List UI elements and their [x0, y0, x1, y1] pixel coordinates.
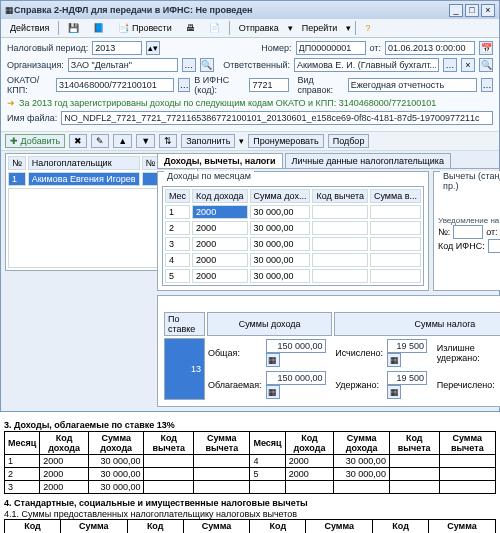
- uved-n-input[interactable]: [453, 225, 483, 239]
- vid-input[interactable]: [348, 78, 477, 92]
- vid-label: Вид справок:: [297, 75, 343, 95]
- maximize-button[interactable]: □: [465, 4, 479, 17]
- table-row: 4200030 000,00: [165, 253, 421, 267]
- info-text: За 2013 год зарегистрированы доходы по с…: [19, 98, 436, 108]
- okato-label: ОКАТО/КПП:: [7, 75, 52, 95]
- window-title: Справка 2-НДФЛ для передачи в ИФНС: Не п…: [14, 5, 447, 15]
- save-icon[interactable]: 💾: [63, 21, 84, 35]
- file-input[interactable]: [61, 111, 493, 125]
- provesti-button[interactable]: 📑 Провести: [113, 21, 176, 35]
- okato-input[interactable]: [56, 78, 174, 92]
- table-row: 1200030 000,00: [165, 205, 421, 219]
- period-stepper[interactable]: ▴▾: [146, 41, 160, 55]
- org-pick-icon[interactable]: …: [182, 58, 196, 72]
- org-open-icon[interactable]: 🔍: [200, 58, 214, 72]
- section-3: 3. Доходы, облагаемые по ставке 13%: [4, 420, 496, 430]
- obl-input[interactable]: [266, 371, 326, 385]
- nomer-label: Номер:: [261, 43, 291, 53]
- otv-clear-icon[interactable]: ×: [461, 58, 475, 72]
- stavka-value[interactable]: 13: [164, 338, 205, 400]
- up-icon[interactable]: ▲: [113, 134, 132, 148]
- date-input[interactable]: [385, 41, 475, 55]
- perejti-menu[interactable]: Перейти: [297, 21, 343, 35]
- uved-label: Уведомление на имущ. вычет: [438, 216, 500, 225]
- ifns-label: В ИФНС (код):: [194, 75, 245, 95]
- tab-personal[interactable]: Личные данные налогоплательщика: [285, 153, 451, 168]
- del-icon[interactable]: ✖: [69, 134, 87, 148]
- menubar: Действия 💾 📘 📑 Провести 🖶 📄 Отправка▾ Пе…: [1, 19, 499, 38]
- doc-icon: ▦: [5, 5, 14, 15]
- vid-pick-icon[interactable]: …: [481, 78, 493, 92]
- org-input[interactable]: [68, 58, 178, 72]
- sheet-icon[interactable]: 📄: [204, 21, 225, 35]
- add-button[interactable]: ✚ Добавить: [5, 134, 65, 148]
- section-41: 4.1. Суммы предоставленных налогоплатель…: [4, 509, 496, 519]
- obsh-input[interactable]: [266, 339, 326, 353]
- actions-menu[interactable]: Действия: [5, 21, 54, 35]
- pick-button[interactable]: Подбор: [328, 134, 370, 148]
- otpravka-menu[interactable]: Отправка: [234, 21, 284, 35]
- stavka-label: По ставке: [164, 312, 205, 336]
- titlebar: ▦ Справка 2-НДФЛ для передачи в ИФНС: Не…: [1, 1, 499, 19]
- period-input[interactable]: [92, 41, 142, 55]
- isch-input[interactable]: [387, 339, 427, 353]
- minimize-button[interactable]: _: [449, 4, 463, 17]
- book-icon[interactable]: 📘: [88, 21, 109, 35]
- org-label: Организация:: [7, 60, 64, 70]
- fill-button[interactable]: Заполнить: [181, 134, 235, 148]
- calendar-icon[interactable]: 📅: [479, 41, 493, 55]
- ifns-input[interactable]: [249, 78, 289, 92]
- close-button[interactable]: ×: [481, 4, 495, 17]
- otv-label: Ответственный:: [223, 60, 290, 70]
- otv-input[interactable]: [294, 58, 439, 72]
- section-4: 4. Стандартные, социальные и имущественн…: [4, 498, 496, 508]
- table-3: МесяцКод доходаСумма доходаКод вычетаСум…: [4, 431, 496, 494]
- print-icon[interactable]: 🖶: [181, 21, 200, 35]
- otv-pick-icon[interactable]: …: [443, 58, 457, 72]
- down-icon[interactable]: ▼: [136, 134, 155, 148]
- tab-incomes[interactable]: Доходы, вычеты, налоги: [157, 153, 283, 168]
- file-label: Имя файла:: [7, 113, 57, 123]
- nomer-input[interactable]: [296, 41, 366, 55]
- uved-kod-input[interactable]: [488, 239, 500, 253]
- table-row: 2200030 000,00: [165, 221, 421, 235]
- table-4: Код вычетаСумма вычетаКод вычетаСумма вы…: [4, 519, 496, 533]
- edit-icon[interactable]: ✎: [91, 134, 109, 148]
- vychety-title: Вычеты (стандартные и пр.): [440, 171, 500, 191]
- table-row: 3200030 000,00: [165, 237, 421, 251]
- sort-icon[interactable]: ⇅: [159, 134, 177, 148]
- info-icon: ➜: [7, 98, 15, 108]
- okato-pick-icon[interactable]: …: [178, 78, 190, 92]
- help-icon[interactable]: ?: [360, 21, 375, 35]
- period-label: Налоговый период:: [7, 43, 88, 53]
- months-grid[interactable]: МесКод доходаСумма дох...Код вычетаСумма…: [162, 186, 424, 286]
- ot-label: от:: [370, 43, 381, 53]
- print-report: 3. Доходы, облагаемые по ставке 13% Меся…: [0, 412, 500, 533]
- num-button[interactable]: Пронумеровать: [248, 134, 323, 148]
- table-row: 5200030 000,00: [165, 269, 421, 283]
- otv-open-icon[interactable]: 🔍: [479, 58, 493, 72]
- months-title: Доходы по месяцам: [164, 171, 254, 181]
- ud-input[interactable]: [387, 371, 427, 385]
- grid-toolbar: ✚ Добавить ✖ ✎ ▲ ▼ ⇅ Заполнить▾ Пронумер…: [1, 131, 499, 151]
